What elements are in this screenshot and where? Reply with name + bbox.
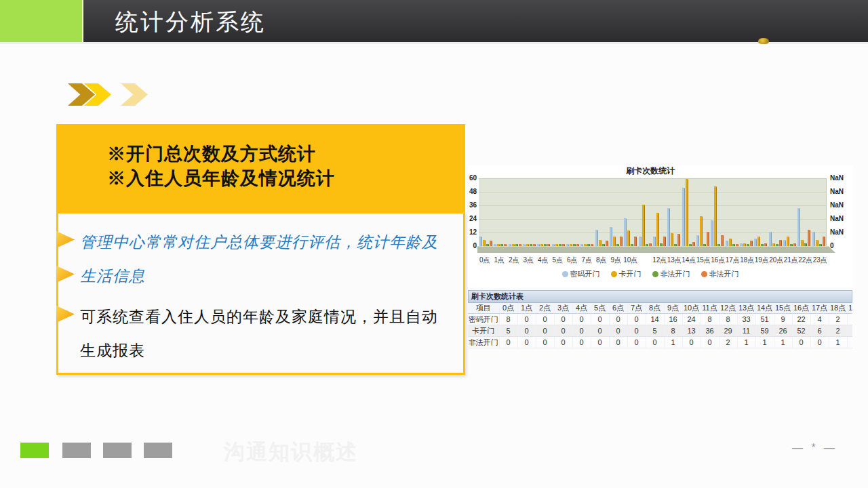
table-column-header: 17点 [810, 303, 829, 314]
legend-dot-icon [652, 271, 658, 277]
bar [667, 208, 670, 246]
bar [787, 237, 789, 246]
right-axis-label: NaN [830, 201, 850, 209]
bar [793, 243, 796, 246]
table-header-row: 项目0点1点2点3点4点5点6点7点8点9点10点11点12点13点14点15点… [468, 303, 852, 314]
highlight-box: ※开门总次数及方式统计 ※入住人员年龄及情况统计 [56, 124, 465, 211]
x-tick-label: 9点 [609, 256, 624, 265]
bar [729, 239, 732, 246]
highlight-line-1: ※开门总次数及方式统计 [107, 142, 335, 166]
table-cell: 0 [591, 325, 609, 337]
bar-group [710, 186, 724, 246]
bar [717, 244, 720, 246]
bar-group [682, 179, 696, 246]
bar [689, 244, 692, 246]
x-tick-label: 0点 [477, 256, 492, 265]
table-column-header: 7点 [627, 303, 646, 314]
bar [656, 213, 659, 246]
table-cell: 8 [701, 314, 719, 325]
bar-group [812, 232, 826, 246]
bar [500, 244, 503, 246]
x-tick-label: 18点 [740, 256, 755, 265]
table-cell: 2 [829, 314, 847, 325]
bar [653, 237, 656, 246]
bar [754, 239, 757, 246]
bar [547, 244, 550, 246]
table-cell: 1 [755, 337, 774, 348]
bar [772, 243, 775, 246]
table-cell [847, 314, 852, 325]
legend-item: 非法开门 [701, 269, 739, 279]
table-row-label: 卡开门 [468, 325, 499, 337]
table-cell: 4 [810, 314, 829, 325]
table-cell: 0 [646, 337, 664, 348]
legend-label: 卡开门 [619, 270, 642, 278]
bar [776, 244, 778, 246]
right-axis-label: NaN [830, 174, 850, 182]
bar [555, 244, 558, 246]
bar [562, 244, 565, 246]
bar-group [609, 227, 623, 246]
bar [714, 186, 717, 246]
table-cell: 0 [627, 337, 646, 348]
table-column-header: 项目 [468, 303, 499, 314]
table-cell: 0 [536, 337, 554, 348]
chart-legend: 密码开门卡开门非法开门非法开门 [468, 269, 833, 279]
bar [649, 243, 652, 246]
bar-group [768, 232, 783, 246]
bar [533, 244, 536, 246]
table-cell: 0 [572, 337, 591, 348]
bar [823, 237, 825, 246]
table-cell: 14 [646, 314, 664, 325]
table-cell: 33 [737, 314, 755, 325]
bar [769, 232, 772, 246]
table-cell: 0 [591, 314, 609, 325]
bar [512, 244, 515, 246]
bar [552, 244, 555, 246]
x-tick-label: 13点 [667, 256, 682, 265]
table-cell: 2 [719, 337, 737, 348]
footer-square-gray [103, 443, 132, 458]
table-cell: 0 [554, 337, 572, 348]
triangle-bullet-icon [56, 306, 75, 323]
bar [530, 244, 532, 246]
bar-group [493, 244, 507, 246]
bar [671, 233, 673, 246]
triangle-bullet-icon [56, 266, 75, 283]
chart-title: 刷卡次数统计 [468, 165, 833, 177]
bar [584, 244, 587, 246]
footer-square-gray [144, 443, 172, 458]
bar [711, 220, 713, 246]
table-cell: 13 [682, 325, 701, 337]
table-column-header: 13点 [737, 303, 755, 314]
table-cell: 0 [554, 325, 572, 337]
bar [479, 237, 482, 246]
chart-bars [479, 178, 826, 246]
table-row-label: 密码开门 [468, 314, 499, 325]
bar [486, 244, 489, 246]
right-axis-label: 0 [830, 242, 850, 249]
table-cell: 59 [755, 325, 774, 337]
table-row-label: 非法开门 [468, 337, 499, 348]
bar [736, 244, 738, 246]
bar [576, 244, 579, 246]
x-tick-label: 21点 [784, 256, 799, 265]
bar [740, 243, 743, 246]
x-tick-label: 5点 [551, 256, 566, 265]
table-cell: 0 [609, 325, 627, 337]
bar [692, 242, 695, 246]
bar [707, 232, 709, 246]
table-cell: 6 [810, 325, 829, 337]
table-row: 卡开门50000000581336291159265262 [468, 325, 852, 337]
bar [639, 237, 642, 246]
footer-square-green [20, 443, 49, 458]
table-cell: 0 [609, 337, 627, 348]
bar [663, 237, 666, 246]
content-blue-text: 管理中心常常对住户总体要进行评估，统计年龄及生活信息 [80, 226, 450, 293]
table-cell: 36 [701, 325, 719, 337]
table-cell: 0 [499, 337, 517, 348]
table-cell: 11 [737, 325, 755, 337]
bar-group [797, 208, 811, 246]
table-cell: 0 [517, 314, 536, 325]
table-cell [847, 325, 852, 337]
